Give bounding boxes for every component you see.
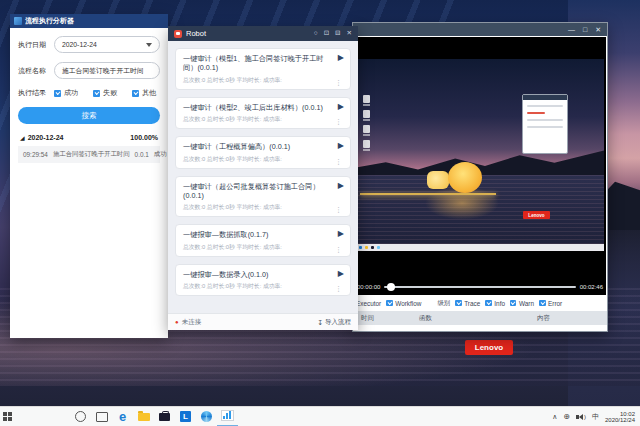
checkbox-checked-icon[interactable] [485, 300, 492, 307]
maximize-icon[interactable]: □ [583, 26, 587, 33]
close-icon[interactable]: ✕ [595, 26, 601, 33]
more-options-icon[interactable]: ⋮ [335, 79, 342, 86]
filter-error[interactable]: Error [539, 300, 562, 307]
execution-date-label: 执行日期 [18, 40, 54, 50]
result-option-failure[interactable]: 失败 [93, 88, 117, 98]
analyzer-app-icon [14, 17, 22, 25]
file-explorer-button[interactable] [133, 407, 154, 426]
recording-tent-dome [448, 162, 482, 193]
recording-desktop-icons [363, 95, 370, 148]
more-options-icon[interactable]: ⋮ [335, 285, 342, 292]
process-card[interactable]: 一键审计（模型1、施工合同签订晚于开工时间）(0.0.1) 总次数:0 总时长:… [175, 48, 351, 90]
execution-date-select[interactable]: 2020-12-24 [54, 36, 160, 53]
chart-app-icon [221, 410, 234, 421]
process-card[interactable]: 一键审计（模型2、竣工后出库材料）(0.0.1) 总次数:0 总时长:0秒 平均… [175, 97, 351, 130]
clock-date: 2020/12/24 [605, 417, 635, 423]
process-analyzer-window: 流程执行分析器 执行日期 2020-12-24 流程名称 施工合同签订晚于开工时… [10, 14, 168, 338]
recording-taskbar [356, 244, 604, 251]
process-card[interactable]: 一键报审—数据抓取(0.1.7) 总次数:0 总时长:0秒 平均时长: 成功率:… [175, 224, 351, 257]
checkbox-checked-icon[interactable] [132, 90, 139, 97]
seek-knob[interactable] [387, 283, 395, 291]
result-option-other[interactable]: 其他 [132, 88, 156, 98]
run-process-icon[interactable]: ▶ [338, 230, 344, 238]
video-viewport[interactable]: Lenovo 00:00:00 00:02:46 [354, 37, 606, 295]
import-process-button[interactable]: ↧ 导入流程 [317, 318, 351, 327]
windows-taskbar: e L ∧ ⊕ ) 中 10:02 2020/12/2 [0, 406, 640, 426]
run-process-icon[interactable]: ▶ [338, 270, 344, 278]
recording-desktop-icon [363, 140, 370, 148]
close-icon[interactable]: ✕ [347, 30, 352, 37]
checkbox-checked-icon[interactable] [539, 300, 546, 307]
process-card[interactable]: 一键审计（超公司批复概算签订施工合同）(0.0.1) 总次数:0 总时长:0秒 … [175, 176, 351, 218]
more-options-icon[interactable]: ⋮ [335, 246, 342, 253]
more-options-icon[interactable]: ⋮ [335, 158, 342, 165]
result-option-success[interactable]: 成功 [54, 88, 78, 98]
minimize-icon[interactable]: — [568, 26, 575, 33]
analyzer-window-title: 流程执行分析器 [25, 16, 74, 26]
execution-result-label: 执行结果 [18, 88, 54, 98]
result-row[interactable]: 09:29:54 施工合同签订晚于开工时间 0.0.1 成功 [18, 146, 160, 163]
result-row-name: 施工合同签订晚于开工时间 [53, 150, 130, 159]
result-row-version: 0.0.1 [135, 151, 149, 158]
checkbox-checked-icon[interactable] [93, 90, 100, 97]
run-process-icon[interactable]: ▶ [338, 54, 344, 62]
task-view-button[interactable] [91, 407, 112, 426]
lenovo-watermark: Lenovo [465, 340, 513, 355]
filter-warn[interactable]: Warn [510, 300, 534, 307]
result-group-rate: 100.00% [130, 134, 158, 141]
column-content: 内容 [537, 314, 607, 323]
result-group-row[interactable]: ◢ 2020-12-24 100.00% [18, 134, 160, 146]
video-titlebar[interactable]: — □ ✕ [353, 23, 607, 36]
filter-trace[interactable]: Trace [455, 300, 480, 307]
store-button[interactable] [154, 407, 175, 426]
pin-icon[interactable]: ⊡ [324, 30, 329, 37]
expand-icon[interactable]: ◢ [20, 135, 25, 141]
execution-date-value: 2020-12-24 [62, 41, 97, 48]
checkbox-checked-icon[interactable] [510, 300, 517, 307]
volume-icon[interactable]: ) [576, 414, 586, 420]
start-button[interactable] [0, 407, 14, 426]
dropdown-caret-icon [146, 43, 152, 47]
edge-button[interactable]: e [112, 407, 133, 426]
process-card[interactable]: 一键审计（工程概算偏高）(0.0.1) 总次数:0 总时长:0秒 平均时长: 成… [175, 136, 351, 169]
robot-titlebar[interactable]: Robot ○ ⊡ ⊟ ✕ [168, 26, 358, 41]
l-app-button[interactable]: L [175, 407, 196, 426]
log-filter-bar: Executor Workflow 级别 Trace Info Warn Er [353, 295, 607, 311]
recording-desktop-icon [363, 110, 370, 118]
level-label: 级别 [437, 299, 450, 308]
analyzer-app-button[interactable] [217, 406, 238, 426]
cortana-button[interactable] [70, 407, 91, 426]
tray-chevron-icon[interactable]: ∧ [552, 413, 557, 420]
checkbox-checked-icon[interactable] [386, 300, 393, 307]
result-row-status: 成功 [154, 150, 167, 159]
process-name-value: 施工合同签订晚于开工时间 [62, 66, 144, 76]
browser-app-button[interactable] [196, 407, 217, 426]
more-options-icon[interactable]: ⋮ [335, 118, 342, 125]
settings-icon[interactable]: ○ [314, 30, 318, 37]
run-process-icon[interactable]: ▶ [338, 103, 344, 111]
more-options-icon[interactable]: ⋮ [335, 206, 342, 213]
task-view-icon [96, 412, 108, 422]
column-function: 函数 [419, 314, 537, 323]
run-process-icon[interactable]: ▶ [338, 142, 344, 150]
connection-status-icon: ● [175, 319, 179, 325]
filter-workflow[interactable]: Workflow [386, 300, 421, 307]
network-icon[interactable]: ⊕ [563, 413, 570, 421]
recording-pier [360, 193, 496, 195]
robot-window-title: Robot [186, 29, 206, 38]
run-process-icon[interactable]: ▶ [338, 182, 344, 190]
filter-info[interactable]: Info [485, 300, 505, 307]
taskbar-clock[interactable]: 10:02 2020/12/24 [605, 411, 635, 423]
seek-track[interactable] [384, 286, 575, 288]
process-name-input[interactable]: 施工合同签订晚于开工时间 [54, 62, 160, 79]
recording-popup-titlebar [523, 95, 567, 100]
system-tray: ∧ ⊕ ) 中 10:02 2020/12/24 [552, 411, 640, 423]
input-method-indicator[interactable]: 中 [592, 413, 599, 420]
desktop: Lenovo 流程执行分析器 执行日期 2020-12-24 流程名称 施工合同… [0, 0, 640, 426]
search-button[interactable]: 搜索 [18, 107, 160, 124]
checkbox-checked-icon[interactable] [455, 300, 462, 307]
minimize-icon[interactable]: ⊟ [335, 30, 340, 37]
process-card[interactable]: 一键报审—数据录入(0.1.0) 总次数:0 总时长:0秒 平均时长: 成功率:… [175, 264, 351, 297]
analyzer-titlebar[interactable]: 流程执行分析器 [10, 14, 168, 28]
checkbox-checked-icon[interactable] [54, 90, 61, 97]
